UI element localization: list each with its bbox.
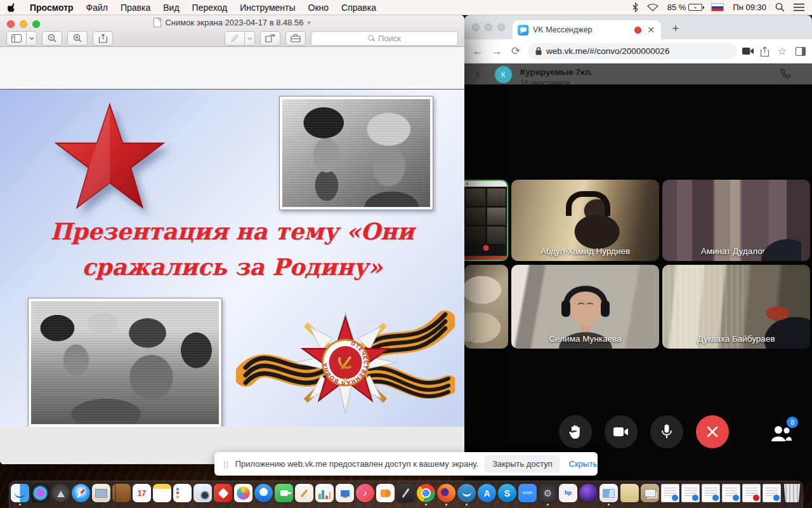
zoom-in-button[interactable] bbox=[67, 31, 88, 46]
dock-finder-icon[interactable] bbox=[10, 484, 30, 505]
dock-document-3-icon[interactable] bbox=[701, 484, 721, 505]
dock-safari-icon[interactable] bbox=[71, 484, 91, 505]
chat-avatar[interactable]: К bbox=[495, 66, 512, 83]
dock-chrome-icon[interactable] bbox=[416, 484, 436, 505]
battery-status[interactable]: 85 % ⌁ bbox=[667, 3, 703, 12]
dock-notes-icon[interactable] bbox=[152, 484, 172, 505]
dock-skype-icon[interactable]: S bbox=[497, 484, 517, 505]
back-button[interactable]: ← bbox=[471, 45, 485, 58]
dock-document-1-icon[interactable] bbox=[660, 484, 680, 505]
raise-hand-button[interactable] bbox=[559, 415, 592, 448]
menubar-item[interactable]: Окно bbox=[302, 3, 336, 13]
dock-red-arrows-app-icon[interactable] bbox=[213, 484, 233, 505]
end-call-button[interactable] bbox=[696, 415, 729, 448]
participant-tile-abdul-khamid[interactable]: Абдул-Хамид Нурдиев bbox=[511, 180, 659, 261]
microphone-toggle-button[interactable] bbox=[650, 415, 683, 448]
dock-folder-stack-icon[interactable] bbox=[620, 484, 639, 505]
camera-toggle-button[interactable] bbox=[605, 415, 638, 448]
banner-drag-handle[interactable]: || bbox=[223, 459, 229, 469]
dock-firefox-icon[interactable] bbox=[436, 484, 456, 505]
dock-facetime-icon[interactable] bbox=[274, 484, 294, 505]
dock-launchpad-icon[interactable] bbox=[51, 484, 70, 505]
participant-tile-aminat[interactable]: Аминат Дудалова bbox=[662, 180, 810, 261]
notification-center-icon[interactable] bbox=[794, 3, 804, 11]
hide-banner-link[interactable]: Скрыть bbox=[566, 455, 599, 472]
menubar-item[interactable]: Просмотр bbox=[23, 3, 80, 13]
dock-calendar-icon[interactable]: 17 bbox=[132, 484, 152, 505]
title-chevron-icon[interactable]: ▾ bbox=[308, 19, 311, 26]
dock-siri-icon[interactable] bbox=[30, 484, 50, 505]
forward-button[interactable]: → bbox=[490, 45, 504, 58]
sidebar-view-dropdown[interactable] bbox=[27, 31, 37, 46]
menubar-clock[interactable]: Пн 09:30 bbox=[733, 3, 766, 12]
dock-mail-icon[interactable] bbox=[91, 484, 111, 505]
dock-numbers-icon[interactable] bbox=[315, 484, 334, 505]
back-chevron-icon[interactable]: ‹ bbox=[476, 67, 480, 81]
menubar-item[interactable]: Вид bbox=[157, 3, 185, 13]
dock-itunes-icon[interactable]: ♪ bbox=[355, 484, 375, 505]
menubar-item[interactable]: Файл bbox=[80, 3, 114, 13]
participant-tile-selima[interactable]: Селима Мункаева bbox=[511, 265, 659, 349]
markup-toolbox-button[interactable] bbox=[285, 31, 306, 46]
dock-document-4-icon[interactable] bbox=[721, 484, 741, 505]
participants-list-button[interactable]: 8 bbox=[768, 419, 796, 447]
presentation-slide-image[interactable]: Презентация на тему «Они сражались за Ро… bbox=[0, 89, 464, 427]
tab-camera-capture-icon[interactable] bbox=[742, 47, 754, 55]
zoom-out-button[interactable] bbox=[42, 31, 62, 46]
wifi-icon[interactable] bbox=[647, 3, 658, 11]
close-window-button-inactive[interactable] bbox=[472, 23, 480, 31]
tab-close-button[interactable]: ✕ bbox=[646, 25, 656, 35]
rotate-button[interactable] bbox=[260, 31, 280, 46]
dock-system-preferences-icon[interactable]: ⚙ bbox=[538, 484, 558, 505]
dock-contacts-icon[interactable] bbox=[112, 484, 131, 505]
dock-purple-app-icon[interactable] bbox=[579, 484, 598, 505]
browser-tab-vk-messenger[interactable]: VK Мессенджер ✕ bbox=[513, 20, 661, 39]
dock-preview-app-icon[interactable] bbox=[599, 484, 619, 505]
dock-appstore-icon[interactable]: A bbox=[477, 484, 497, 505]
markup-pen-button[interactable] bbox=[225, 31, 245, 46]
preview-search-input[interactable]: Поиск bbox=[311, 31, 458, 46]
dock-photos-folder-icon[interactable] bbox=[640, 484, 660, 505]
screen-share-preview-tile[interactable] bbox=[464, 180, 508, 261]
dock-document-5-icon[interactable] bbox=[742, 484, 761, 505]
stop-sharing-button[interactable]: Закрыть доступ bbox=[485, 455, 560, 472]
dock-zoom-icon[interactable]: zoom bbox=[518, 484, 537, 505]
document-proxy-icon[interactable] bbox=[154, 18, 161, 27]
minimize-window-button-inactive[interactable] bbox=[485, 23, 492, 31]
menubar-item[interactable]: Переход bbox=[186, 3, 234, 13]
dock-photos-icon[interactable] bbox=[233, 484, 253, 505]
sidebar-panel-icon[interactable] bbox=[796, 47, 806, 56]
url-field[interactable]: web.vk.me/#/convo/2000000026 bbox=[528, 43, 737, 60]
dock-reminders-icon[interactable] bbox=[173, 484, 192, 505]
preview-titlebar[interactable]: Снимок экрана 2023-04-17 в 8.48.56 ▾ bbox=[0, 15, 464, 47]
apple-menu-icon[interactable] bbox=[8, 3, 17, 13]
participant-tile-dukvakha[interactable]: Дукваха Байбураев bbox=[662, 265, 810, 349]
menubar-item[interactable]: Инструменты bbox=[233, 3, 301, 13]
zoom-window-button-inactive[interactable] bbox=[497, 23, 505, 31]
dock-graphics-app-icon[interactable] bbox=[396, 484, 416, 505]
participant-tile-partial[interactable]: а bbox=[464, 265, 508, 349]
dock-hp-utility-icon[interactable]: hp bbox=[558, 484, 578, 505]
dock-openoffice-icon[interactable] bbox=[457, 484, 476, 505]
dock-messages-icon[interactable] bbox=[254, 484, 273, 505]
reload-button[interactable]: ⟳ bbox=[509, 44, 523, 58]
share-page-icon[interactable] bbox=[761, 46, 769, 57]
dock-document-2-icon[interactable] bbox=[681, 484, 700, 505]
dock-document-6-icon[interactable] bbox=[762, 484, 782, 505]
dock-books-icon[interactable] bbox=[376, 484, 395, 505]
share-button[interactable] bbox=[93, 31, 113, 46]
sidebar-view-button[interactable] bbox=[6, 31, 27, 46]
bluetooth-icon[interactable] bbox=[632, 3, 638, 12]
spotlight-search-icon[interactable] bbox=[775, 3, 785, 12]
dock-keynote-icon[interactable] bbox=[335, 484, 355, 505]
markup-pen-dropdown[interactable] bbox=[245, 31, 255, 46]
dock-pages-icon[interactable] bbox=[294, 484, 314, 505]
phone-icon[interactable] bbox=[780, 68, 792, 80]
bookmark-star-icon[interactable]: ☆ bbox=[775, 45, 789, 57]
menubar-item[interactable]: Справка bbox=[335, 3, 383, 13]
menubar-item[interactable]: Правка bbox=[114, 3, 157, 13]
new-tab-button[interactable]: + bbox=[667, 20, 684, 37]
dock-screenshot-icon[interactable] bbox=[193, 484, 213, 505]
keyboard-layout-flag-icon[interactable] bbox=[711, 3, 724, 11]
dock-trash-icon[interactable] bbox=[782, 484, 802, 505]
